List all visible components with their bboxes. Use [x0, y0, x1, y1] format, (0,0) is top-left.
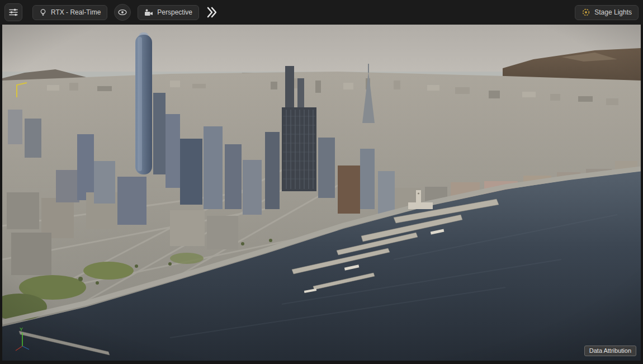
camera-button[interactable]: Perspective — [138, 5, 199, 20]
viewport-toolbar: RTX - Real-Time Perspective — [0, 0, 643, 25]
camera-icon — [144, 9, 153, 16]
city-scene — [2, 25, 641, 361]
expand-toolbar-button[interactable] — [206, 5, 218, 20]
double-chevron-icon — [207, 6, 216, 18]
stage-lights-label: Stage Lights — [594, 8, 632, 16]
eye-icon — [118, 9, 127, 16]
lightbulb-icon — [39, 8, 47, 17]
render-mode-button[interactable]: RTX - Real-Time — [32, 5, 107, 20]
data-attribution-button[interactable]: Data Attribution — [584, 346, 636, 356]
stage-light-icon — [581, 8, 590, 17]
sliders-icon — [8, 8, 18, 17]
stage-lights-button[interactable]: Stage Lights — [575, 5, 639, 20]
axis-gizmo: Y — [10, 326, 35, 353]
axis-y-label: Y — [20, 327, 23, 332]
render-mode-label: RTX - Real-Time — [51, 8, 101, 16]
viewport-3d-scene[interactable]: Y Data Attribution — [2, 25, 641, 361]
viewport-settings-button[interactable] — [4, 3, 22, 21]
camera-mode-label: Perspective — [157, 8, 192, 16]
viewport-window: RTX - Real-Time Perspective — [0, 0, 643, 364]
visibility-button[interactable] — [114, 4, 131, 21]
